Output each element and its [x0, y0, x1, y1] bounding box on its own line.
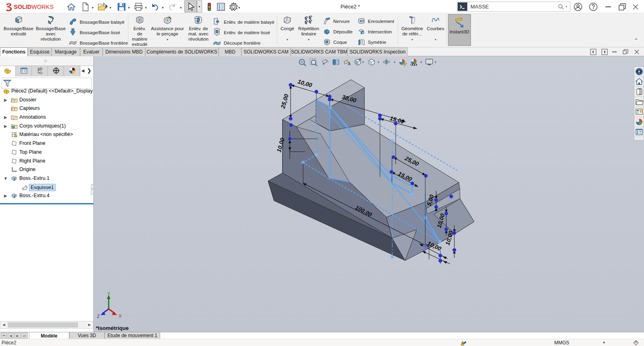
svg-text:Y: Y	[107, 292, 110, 296]
svg-text:Z: Z	[97, 314, 100, 319]
svg-text:A: A	[348, 62, 351, 66]
svg-text:A: A	[12, 117, 15, 120]
svg-text:25,00: 25,00	[279, 93, 290, 109]
svg-text:10,00: 10,00	[297, 78, 313, 89]
svg-text:SOLIDWORKS: SOLIDWORKS	[14, 4, 54, 10]
svg-text:X: X	[119, 313, 122, 318]
